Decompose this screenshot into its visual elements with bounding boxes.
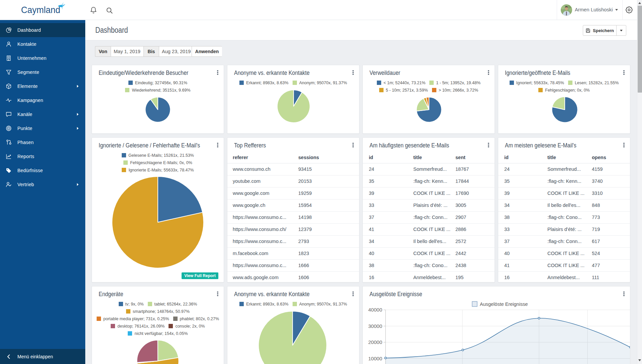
svg-text:40000: 40000: [368, 307, 382, 313]
svg-text:10000: 10000: [368, 356, 382, 361]
svg-text:Ausgelöste Ereignisse: Ausgelöste Ereignisse: [480, 301, 528, 307]
svg-text:30000: 30000: [368, 323, 382, 329]
svg-text:20000: 20000: [368, 339, 382, 345]
